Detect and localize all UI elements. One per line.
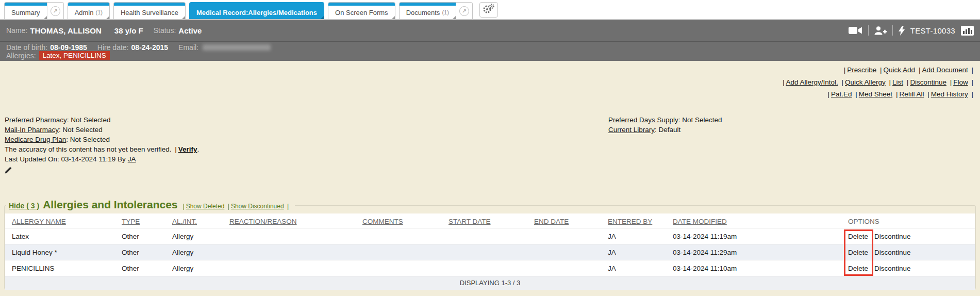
separator: | — [889, 78, 891, 86]
email-value-redacted — [203, 44, 271, 51]
current-library-value: Default — [659, 126, 681, 134]
cell-comments — [358, 244, 444, 260]
table-row-penicillins: PENICILLINS Other Allergy JA 03-14-2024 … — [5, 260, 975, 276]
col-header-start-date[interactable]: START DATE — [444, 213, 530, 228]
supply-info-block: Preferred Days Supply: Not Selected Curr… — [608, 115, 722, 135]
separator: | — [907, 78, 909, 86]
hire-date-label: Hire date: — [97, 43, 129, 52]
tab-summary-label: Summary — [11, 9, 40, 17]
days-supply-row: Preferred Days Supply: Not Selected — [608, 115, 722, 125]
flow-link[interactable]: Flow — [953, 78, 968, 86]
separator: | — [919, 66, 921, 74]
cell-al-int: Allergy — [168, 244, 225, 260]
medicare-plan-row: Medicare Drug Plan: Not Selected — [5, 135, 199, 144]
video-call-button[interactable] — [849, 26, 862, 35]
list-link[interactable]: List — [892, 78, 903, 86]
tab-fold-decoration — [106, 16, 109, 19]
tab-summary-popout-button[interactable]: ↗ — [47, 3, 63, 19]
cell-allergy-name: Liquid Honey * — [5, 244, 118, 260]
tab-health-surveillance[interactable]: Health Surveillance — [113, 2, 186, 19]
cell-date-modified: 03-14-2024 11:19am — [669, 228, 844, 244]
col-header-date-modified[interactable]: DATE MODIFIED — [669, 213, 844, 228]
toolbar-divider — [868, 25, 869, 36]
hide-section-link[interactable]: Hide ( 3 ) — [9, 202, 39, 210]
delete-row-button[interactable]: Delete — [848, 249, 868, 256]
separator: | — [971, 66, 973, 74]
tab-on-screen-forms-label: On Screen Forms — [335, 9, 388, 17]
current-library-row: Current Library: Default — [608, 125, 722, 135]
popout-arrow-icon: ↗ — [459, 6, 469, 16]
discontinue-row-button[interactable]: Discontinue — [874, 249, 911, 256]
show-discontinued-link[interactable]: Show Discontinued — [231, 203, 284, 210]
med-sheet-link[interactable]: Med Sheet — [859, 90, 892, 98]
refill-all-link[interactable]: Refill All — [899, 90, 924, 98]
tab-fold-decoration — [453, 16, 456, 19]
tab-fold-decoration — [321, 16, 324, 19]
pat-ed-link[interactable]: Pat.Ed — [831, 90, 852, 98]
tab-admin[interactable]: Admin(1) — [68, 2, 110, 19]
last-updated-text: Last Updated On: 03-14-2024 11:19 By — [5, 155, 126, 163]
chart-button[interactable] — [961, 26, 974, 36]
tab-on-screen-forms[interactable]: On Screen Forms — [328, 2, 395, 19]
discontinue-link[interactable]: Discontinue — [910, 78, 946, 86]
cell-options: DeleteDiscontinue — [844, 244, 975, 260]
allergies-alert-badge[interactable]: Latex, PENICILLINS — [39, 51, 110, 60]
col-header-end-date[interactable]: END DATE — [530, 213, 604, 228]
discontinue-row-button[interactable]: Discontinue — [874, 265, 911, 272]
cell-type: Other — [118, 260, 168, 276]
action-links-row2: |Add Allergy/Intol. |Quick Allergy |List… — [781, 76, 975, 89]
separator: | — [896, 90, 898, 98]
person-add-icon — [874, 26, 887, 35]
separator: | — [880, 66, 882, 74]
cell-reaction — [225, 260, 358, 276]
updated-by-link[interactable]: JA — [128, 155, 136, 163]
section-filters: |Show Deleted |Show Discontinued | — [181, 203, 291, 210]
col-header-reaction-reason[interactable]: REACTION/REASON — [225, 213, 358, 228]
prescribe-link[interactable]: Prescribe — [847, 66, 876, 74]
tab-summary[interactable]: Summary ↗ — [4, 2, 64, 19]
mailin-pharmacy-link[interactable]: Mail-In Pharmacy — [5, 126, 59, 134]
tab-medical-record-allergies-medications[interactable]: Medical Record:Allergies/Medications — [189, 2, 324, 19]
add-allergy-intol-link[interactable]: Add Allergy/Intol. — [786, 78, 838, 86]
quick-add-link[interactable]: Quick Add — [884, 66, 916, 74]
medicare-plan-link[interactable]: Medicare Drug Plan — [5, 136, 66, 143]
cell-entered-by: JA — [604, 260, 669, 276]
add-person-button[interactable] — [874, 26, 887, 35]
med-history-link[interactable]: Med History — [931, 90, 968, 98]
tab-documents-popout-button[interactable]: ↗ — [456, 3, 472, 19]
separator: : — [66, 136, 70, 143]
days-supply-value: Not Selected — [682, 116, 722, 124]
show-deleted-link[interactable]: Show Deleted — [186, 203, 225, 210]
gears-icon — [483, 4, 494, 16]
tab-documents[interactable]: Documents(1) ↗ — [399, 2, 473, 19]
patient-status: Active — [178, 26, 202, 35]
col-header-type[interactable]: TYPE — [118, 213, 168, 228]
add-document-link[interactable]: Add Document — [922, 66, 968, 74]
separator: | — [175, 145, 177, 153]
separator: | — [287, 203, 289, 210]
status-label: Status: — [154, 26, 176, 35]
days-supply-link[interactable]: Preferred Days Supply — [608, 116, 678, 124]
settings-button[interactable] — [479, 2, 498, 18]
col-header-allergy-name[interactable]: ALLERGY NAME — [5, 213, 118, 228]
col-header-entered-by[interactable]: ENTERED BY — [604, 213, 669, 228]
quick-actions-button[interactable] — [899, 26, 905, 36]
edit-button[interactable] — [5, 167, 199, 176]
col-header-comments[interactable]: COMMENTS — [358, 213, 444, 228]
quick-allergy-link[interactable]: Quick Allergy — [845, 78, 886, 86]
discontinue-row-button[interactable]: Discontinue — [874, 233, 911, 240]
table-row-liquid-honey: Liquid Honey * Other Allergy JA 03-14-20… — [5, 244, 975, 260]
separator: | — [855, 90, 857, 98]
current-library-link[interactable]: Current Library — [608, 126, 655, 134]
col-header-al-int[interactable]: AL./INT. — [168, 213, 225, 228]
popout-arrow-icon: ↗ — [51, 6, 60, 16]
dob-label: Date of birth: — [6, 43, 47, 52]
delete-row-button[interactable]: Delete — [848, 265, 868, 272]
separator: | — [950, 78, 952, 86]
verify-link[interactable]: Verify — [178, 145, 197, 153]
tab-documents-count: (1) — [442, 9, 449, 15]
preferred-pharmacy-link[interactable]: Preferred Pharmacy — [5, 116, 67, 124]
table-footer-row: DISPLAYING 1-3 / 3 — [5, 276, 975, 290]
action-links-row1: |Prescribe |Quick Add |Add Document | — [781, 64, 975, 76]
delete-row-button[interactable]: Delete — [848, 233, 868, 240]
